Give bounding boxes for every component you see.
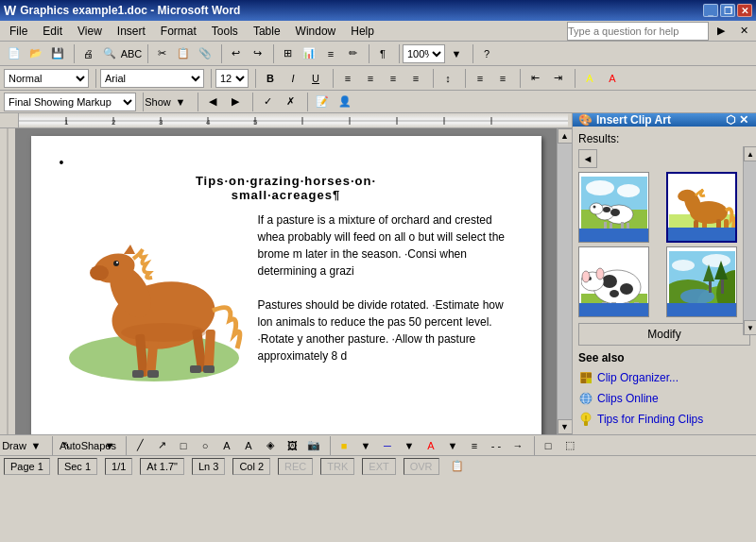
- print-button[interactable]: 🖨: [77, 43, 98, 64]
- align-left-button[interactable]: ≡: [337, 68, 358, 89]
- new-button[interactable]: 📄: [4, 43, 25, 64]
- scroll-down-button[interactable]: ▼: [558, 419, 573, 434]
- line-color-arrow[interactable]: ▼: [399, 435, 420, 456]
- size-select[interactable]: 12: [215, 69, 249, 88]
- autoshapes-arrow[interactable]: ▼: [99, 435, 120, 456]
- undo-button[interactable]: ↩: [225, 43, 246, 64]
- font-color-arrow[interactable]: ▼: [442, 435, 463, 456]
- prev-change-button[interactable]: ◀: [202, 92, 223, 112]
- panel-scroll-up[interactable]: ▲: [744, 146, 756, 161]
- open-button[interactable]: 📂: [26, 43, 46, 64]
- clip-organizer-link[interactable]: Clip Organizer...: [578, 368, 750, 387]
- help-search-button[interactable]: ▶: [711, 21, 731, 42]
- style-select[interactable]: Normal: [4, 69, 89, 88]
- rect-tool[interactable]: □: [173, 435, 194, 456]
- close-button[interactable]: ✕: [737, 4, 752, 17]
- scroll-up-button[interactable]: ▲: [558, 128, 573, 144]
- panel-scroll-down[interactable]: ▼: [744, 320, 756, 335]
- drawing-button[interactable]: ✏: [342, 43, 363, 64]
- save-button[interactable]: 💾: [47, 43, 68, 64]
- menu-window[interactable]: Window: [288, 21, 344, 41]
- back-button[interactable]: ◄: [578, 149, 597, 168]
- modify-button[interactable]: Modify: [578, 323, 750, 346]
- arrow-style-button[interactable]: →: [507, 435, 528, 456]
- show-hide-button[interactable]: ¶: [372, 43, 393, 64]
- track-changes-button[interactable]: 📝: [312, 92, 333, 112]
- fill-arrow[interactable]: ▼: [355, 435, 376, 456]
- image-tool[interactable]: 📷: [303, 435, 324, 456]
- justify-button[interactable]: ≡: [405, 68, 426, 89]
- menu-format[interactable]: Format: [153, 21, 204, 41]
- draw-arrow[interactable]: ▼: [26, 435, 46, 456]
- menu-tools[interactable]: Tools: [204, 21, 246, 41]
- clip-item-1[interactable]: [578, 172, 649, 243]
- clip-item-3[interactable]: [578, 246, 649, 317]
- reject-change-button[interactable]: ✗: [280, 92, 301, 112]
- panel-scroll-track[interactable]: [744, 161, 756, 320]
- next-change-button[interactable]: ▶: [225, 92, 246, 112]
- italic-button[interactable]: I: [283, 68, 303, 89]
- menu-file[interactable]: File: [2, 21, 35, 41]
- decrease-indent-button[interactable]: ⇤: [524, 68, 545, 89]
- paste-button[interactable]: 📎: [195, 43, 215, 64]
- print-preview-button[interactable]: 🔍: [99, 43, 120, 64]
- reviewers-button[interactable]: 👤: [335, 92, 355, 112]
- help-search-input[interactable]: [567, 22, 709, 41]
- increase-indent-button[interactable]: ⇥: [547, 68, 568, 89]
- menu-table[interactable]: Table: [246, 21, 288, 41]
- panel-close-button[interactable]: ✕: [737, 113, 750, 127]
- bullets-button[interactable]: ≡: [470, 68, 490, 89]
- 3d-button[interactable]: ⬚: [559, 435, 580, 456]
- clip-item-4[interactable]: [666, 246, 737, 317]
- wordart-tool[interactable]: A: [238, 435, 259, 456]
- minimize-button[interactable]: _: [703, 4, 718, 17]
- spell-button[interactable]: ABC: [121, 43, 142, 64]
- align-right-button[interactable]: ≡: [383, 68, 404, 89]
- accept-change-button[interactable]: ✓: [257, 92, 278, 112]
- draw-menu-button[interactable]: Draw: [4, 435, 25, 456]
- clips-online-link[interactable]: Clips Online: [578, 389, 750, 408]
- clip-item-2[interactable]: [666, 172, 737, 243]
- tips-link[interactable]: Tips for Finding Clips: [578, 410, 750, 429]
- align-center-button[interactable]: ≡: [360, 68, 381, 89]
- restore-button[interactable]: ❐: [720, 4, 735, 17]
- menu-view[interactable]: View: [70, 21, 110, 41]
- line-tool[interactable]: ╱: [129, 435, 150, 456]
- underline-button[interactable]: U: [305, 68, 326, 89]
- copy-button[interactable]: 📋: [173, 43, 194, 64]
- zoom-dropdown[interactable]: ▼: [446, 43, 467, 64]
- line-color-button[interactable]: ─: [377, 435, 398, 456]
- menu-edit[interactable]: Edit: [35, 21, 70, 41]
- menu-insert[interactable]: Insert: [110, 21, 153, 41]
- shadow-button[interactable]: □: [538, 435, 558, 456]
- dash-style-button[interactable]: - -: [486, 435, 507, 456]
- line-style-button[interactable]: ≡: [464, 435, 485, 456]
- line-spacing-button[interactable]: ↕: [438, 68, 458, 89]
- bold-button[interactable]: B: [260, 68, 281, 89]
- textbox-tool[interactable]: A: [216, 435, 237, 456]
- oval-tool[interactable]: ○: [195, 435, 215, 456]
- insert-table-button[interactable]: ⊞: [277, 43, 298, 64]
- diagram-tool[interactable]: ◈: [260, 435, 281, 456]
- show-dropdown-arrow[interactable]: ▼: [170, 92, 191, 112]
- columns-button[interactable]: ≡: [320, 43, 341, 64]
- help-button[interactable]: ?: [476, 43, 497, 64]
- zoom-select[interactable]: 100%: [403, 44, 445, 63]
- redo-button[interactable]: ↪: [247, 43, 267, 64]
- help-close-button[interactable]: ✕: [733, 21, 754, 42]
- fill-color-button[interactable]: ■: [334, 435, 354, 456]
- tracking-mode-select[interactable]: Final Showing Markup: [4, 93, 136, 111]
- insert-excel-button[interactable]: 📊: [299, 43, 319, 64]
- font-color-button[interactable]: A: [602, 68, 623, 89]
- font-color-btn2[interactable]: A: [421, 435, 441, 456]
- numbering-button[interactable]: ≡: [492, 68, 513, 89]
- menu-help[interactable]: Help: [343, 21, 382, 41]
- clipart-tool[interactable]: 🖼: [282, 435, 302, 456]
- font-select[interactable]: Arial: [100, 69, 204, 88]
- arrow-tool[interactable]: ↗: [151, 435, 172, 456]
- svg-point-44: [590, 203, 603, 214]
- show-dropdown-button[interactable]: Show: [147, 92, 168, 112]
- highlight-button[interactable]: A: [579, 68, 600, 89]
- cut-button[interactable]: ✂: [151, 43, 172, 64]
- autoshapes-button[interactable]: AutoShapes: [77, 435, 98, 456]
